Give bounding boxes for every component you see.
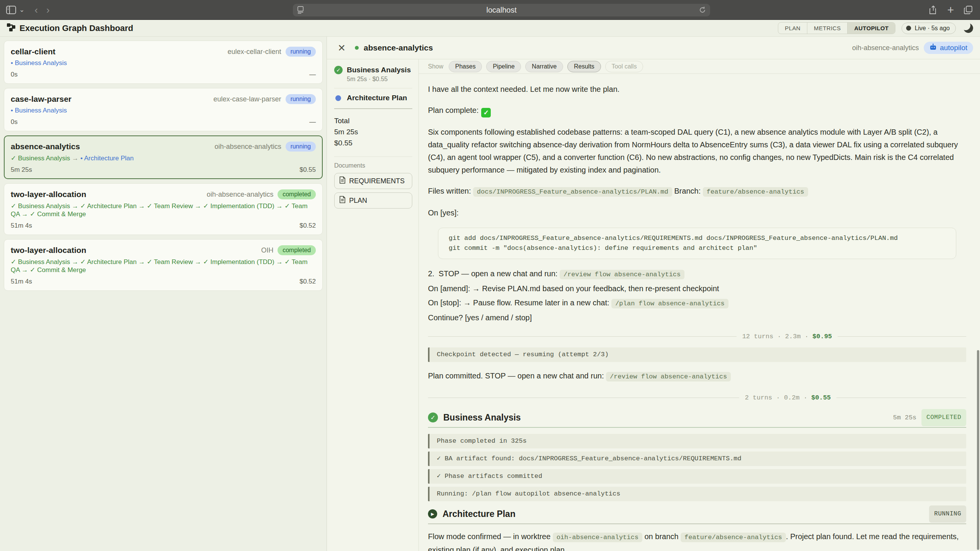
documents-label: Documents — [334, 162, 412, 169]
phase-item-business-analysis[interactable]: ✓ Business Analysis — [334, 66, 412, 74]
app-header: Execution Graph Dashboard PLAN METRICS A… — [0, 20, 980, 37]
section-title: Architecture Plan — [443, 508, 515, 520]
run-phase-done: ✓ Business Analysis → ✓ Architecture Pla… — [11, 258, 307, 274]
document-button-requirements[interactable]: REQUIREMENTS — [334, 173, 412, 189]
run-time: 0s — [11, 118, 18, 126]
show-label: Show — [428, 63, 443, 70]
run-card-two-layer-allocation-1[interactable]: two-layer-allocation oih-absence-analyti… — [4, 183, 323, 235]
command-chip: /review flow absence-analytics — [560, 270, 684, 279]
separator-line — [838, 336, 966, 337]
log-scrollbar-thumb[interactable] — [977, 350, 979, 550]
run-cost: — — [309, 118, 316, 126]
browser-chrome: ⌄ ‹ › localhost — [0, 0, 980, 20]
turn-stats-text: 2 turns · 0.2m · — [745, 394, 807, 401]
status-badge: running — [286, 94, 316, 104]
in-progress-dot-icon — [335, 95, 341, 101]
forward-icon[interactable]: › — [46, 5, 50, 15]
back-icon[interactable]: ‹ — [34, 5, 38, 15]
filter-bar: Show Phases Pipeline Narrative Results T… — [419, 59, 980, 74]
robot-icon — [929, 44, 937, 52]
filter-pill-narrative[interactable]: Narrative — [525, 61, 563, 72]
branch-chip: feature/absence-analytics — [681, 533, 786, 542]
log-on-stop: On [stop]: → Pause flow. Resume later in… — [428, 297, 966, 310]
detail-title: absence-analytics — [364, 43, 433, 52]
filter-pill-tool-calls[interactable]: Tool calls — [605, 61, 644, 72]
filter-pill-results[interactable]: Results — [567, 61, 601, 72]
log-paragraph: I have all the context needed. Let me no… — [428, 83, 966, 96]
sidebar-toggle-icon[interactable] — [6, 6, 16, 14]
run-time: 5m 25s — [11, 166, 32, 174]
reload-icon[interactable] — [699, 6, 706, 15]
new-tab-icon[interactable]: + — [947, 4, 954, 16]
document-icon — [340, 196, 345, 205]
run-card-two-layer-allocation-2[interactable]: two-layer-allocation OIH completed ✓ Bus… — [4, 239, 323, 291]
status-badge: running — [286, 47, 316, 57]
section-status-badge: COMPLETED — [921, 409, 966, 426]
section-status-badge: RUNNING — [929, 505, 966, 523]
branch-chip: feature/absence-analytics — [703, 187, 808, 197]
turn-separator: 2 turns · 0.2m · $0.55 — [428, 391, 966, 404]
status-badge: completed — [278, 245, 316, 255]
tab-plan[interactable]: PLAN — [778, 23, 807, 34]
run-name: two-layer-allocation — [11, 246, 86, 255]
autopilot-badge-label: autopilot — [940, 44, 967, 52]
run-card-cellar-client[interactable]: cellar-client eulex-cellar-client runnin… — [4, 41, 323, 84]
live-status-badge[interactable]: Live · 5s ago — [902, 23, 956, 34]
filter-pill-phases[interactable]: Phases — [449, 61, 482, 72]
detail-header: ✕ absence-analytics oih-absence-analytic… — [327, 37, 980, 59]
code-line: git commit -m "docs(absence-analytics): … — [449, 243, 946, 253]
close-icon[interactable]: ✕ — [338, 43, 346, 53]
share-icon[interactable] — [929, 5, 937, 15]
run-repo: oih-absence-analytics — [215, 143, 281, 151]
phase-log-quote: Running: /plan flow autopilot absence-an… — [428, 487, 966, 501]
run-phase-current: • Business Analysis — [11, 107, 67, 114]
run-time: 51m 4s — [11, 222, 32, 230]
check-circle-icon: ✓ — [428, 412, 438, 422]
document-icon — [340, 176, 345, 186]
run-card-case-law-parser[interactable]: case-law-parser eulex-case-law-parser ru… — [4, 88, 323, 131]
code-line: git add docs/INPROGRESS_Feature_absence-… — [449, 233, 946, 243]
turn-separator: 12 turns · 2.3m · $0.95 — [428, 330, 966, 343]
log-plan-committed: Plan committed. STOP — open a new chat a… — [428, 370, 966, 383]
filter-pill-pipeline[interactable]: Pipeline — [486, 61, 521, 72]
turn-stats: 12 turns · 2.3m · $0.95 — [742, 330, 832, 343]
run-repo: eulex-case-law-parser — [214, 95, 281, 103]
tab-autopilot[interactable]: AUTOPILOT — [847, 23, 895, 34]
run-list-sidebar: cellar-client eulex-cellar-client runnin… — [0, 37, 327, 551]
run-phase-current: • Business Analysis — [11, 59, 67, 67]
url-bar[interactable]: localhost — [293, 4, 710, 16]
dark-mode-toggle-moon-icon[interactable] — [963, 23, 973, 33]
total-time: 5m 25s — [334, 128, 412, 136]
run-phase-current: • Architecture Plan — [80, 155, 134, 162]
section-divider — [428, 523, 966, 524]
phase-name: Business Analysis — [347, 66, 411, 74]
autopilot-badge: autopilot — [924, 42, 973, 54]
command-chip: /review flow absence-analytics — [606, 372, 731, 381]
check-circle-icon: ✓ — [334, 66, 343, 74]
document-button-plan[interactable]: PLAN — [334, 192, 412, 209]
run-time: 0s — [11, 71, 18, 78]
phase-item-architecture-plan[interactable]: Architecture Plan — [334, 94, 412, 102]
divider — [334, 156, 412, 157]
chevron-down-icon[interactable]: ⌄ — [19, 6, 24, 14]
phase-log-quote: Phase completed in 325s — [428, 434, 966, 448]
tab-metrics[interactable]: METRICS — [807, 23, 847, 34]
tab-overview-icon[interactable] — [964, 6, 972, 14]
git-code-block: git add docs/INPROGRESS_Feature_absence-… — [438, 228, 956, 259]
play-circle-icon: ▶ — [428, 509, 437, 518]
run-name: cellar-client — [11, 47, 56, 56]
run-repo: OIH — [261, 246, 273, 254]
log-paragraph: Six components following established cod… — [428, 126, 966, 176]
turn-stats: 2 turns · 0.2m · $0.55 — [745, 391, 831, 404]
run-phase-done: ✓ Business Analysis → ✓ Architecture Pla… — [11, 202, 307, 218]
reader-view-icon[interactable] — [297, 6, 304, 15]
run-phase-done: ✓ Business Analysis — [11, 155, 70, 162]
log-continue-prompt: Continue? [yes / amend / stop] — [428, 311, 966, 324]
run-cost: — — [309, 71, 316, 78]
separator-line — [428, 398, 739, 398]
live-label: Live · 5s ago — [915, 25, 950, 32]
section-header-business-analysis: ✓ Business Analysis 5m 25s COMPLETED — [428, 412, 966, 423]
run-card-absence-analytics[interactable]: absence-analytics oih-absence-analytics … — [4, 135, 323, 179]
view-switcher: PLAN METRICS AUTOPILOT — [778, 22, 895, 34]
log-files-written: Files written: docs/INPROGRESS_Feature_a… — [428, 185, 966, 198]
